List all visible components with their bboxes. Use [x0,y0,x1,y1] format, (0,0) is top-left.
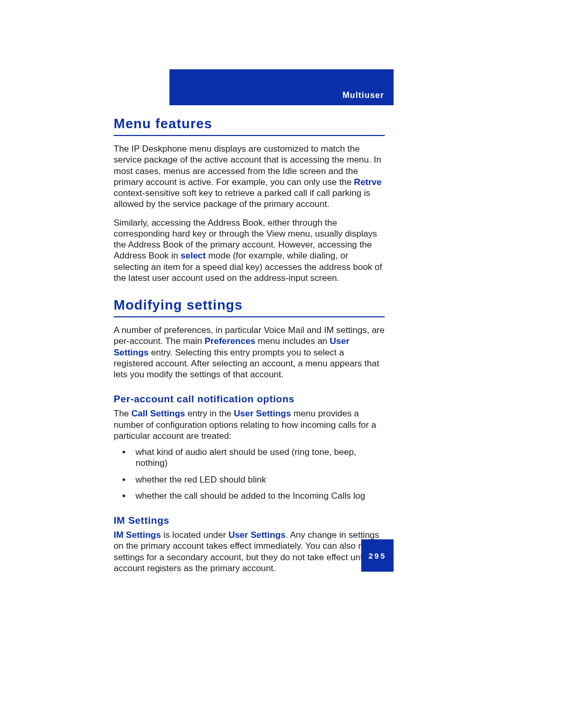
keyword-retrve: Retrve [354,177,382,187]
keyword-preferences: Preferences [205,336,255,346]
paragraph-menu-features-2: Similarly, accessing the Address Book, e… [114,217,385,284]
text: The [114,409,131,418]
keyword-user-settings: User Settings [228,530,286,540]
keyword-user-settings: User Settings [234,409,291,418]
list-item: what kind of audio alert should be used … [131,447,385,469]
page-content: Menu features The IP Deskphone menu disp… [114,116,385,574]
page-number: 295 [369,551,386,560]
text: entry. Selecting this entry prompts you … [114,348,379,380]
text: entry in the [185,409,234,418]
keyword-im-settings: IM Settings [114,530,161,540]
text: context-sensitive soft key to retrieve a… [114,188,370,209]
text: menu includes an [255,336,330,346]
heading-per-account: Per-account call notification options [114,393,385,405]
document-page: Multiuser Menu features The IP Deskphone… [0,0,563,728]
heading-modifying-settings: Modifying settings [114,297,385,317]
paragraph-menu-features-1: The IP Deskphone menu displays are custo… [114,143,385,210]
paragraph-per-account: The Call Settings entry in the User Sett… [114,408,385,441]
keyword-select: select [181,251,206,261]
bullet-list-per-account: what kind of audio alert should be used … [114,447,385,501]
list-item: whether the red LED should blink [131,474,385,485]
heading-menu-features: Menu features [114,116,385,136]
keyword-call-settings: Call Settings [131,409,185,418]
list-item: whether the call should be added to the … [131,490,385,501]
paragraph-im-settings: IM Settings is located under User Settin… [114,529,385,574]
text: The IP Deskphone menu displays are custo… [114,144,381,187]
heading-im-settings: IM Settings [114,515,385,526]
header-band: Multiuser [169,69,394,105]
page-number-box: 295 [361,539,394,572]
paragraph-modifying-settings-1: A number of preferences, in particular V… [114,325,385,380]
text: is located under [161,530,228,540]
header-section-label: Multiuser [342,91,384,100]
